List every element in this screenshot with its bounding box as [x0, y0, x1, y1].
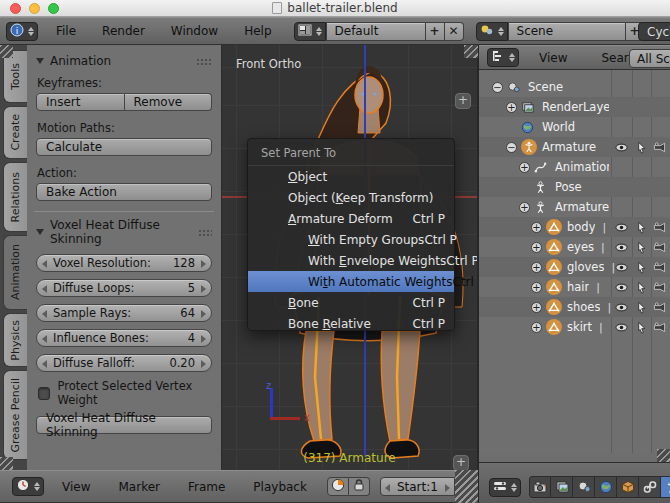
render-camera-icon[interactable] [653, 277, 666, 297]
label-cell[interactable]: skirt| [567, 317, 603, 337]
area-resize-corner[interactable] [0, 457, 13, 470]
slider-sample-rays[interactable]: Sample Rays:64 [36, 304, 212, 322]
time-indicator-toggle[interactable] [327, 477, 349, 496]
animation-panel-header[interactable]: Animation [36, 54, 212, 68]
label-cell[interactable]: Scene [528, 77, 563, 97]
calculate-paths-button[interactable]: Calculate [36, 138, 212, 156]
label-cell[interactable]: Animation [555, 157, 609, 177]
outliner-row-gloves[interactable]: +gloves| [479, 257, 670, 277]
label-cell[interactable]: World [542, 117, 575, 137]
slider-diffuse-falloff[interactable]: Diffuse Falloff:0.20 [36, 354, 212, 372]
expand-plus-icon[interactable]: + [531, 222, 542, 233]
timeline-menu-frame[interactable]: Frame [182, 480, 231, 494]
expander-cell[interactable]: + [531, 237, 542, 257]
outliner-row-armature[interactable]: −Armature [479, 137, 670, 157]
area-resize-corner[interactable] [455, 470, 478, 503]
properties-tab-chain[interactable] [639, 476, 661, 498]
decrement-arrow-icon[interactable] [385, 484, 390, 492]
visibility-eye-icon[interactable] [615, 257, 628, 277]
outliner-row-eyes[interactable]: +eyes| [479, 237, 670, 257]
expander-cell[interactable]: + [531, 317, 542, 337]
menu-item-object[interactable]: Object [248, 166, 454, 187]
render-camera-icon[interactable] [653, 217, 666, 237]
selectability-cursor-icon[interactable] [635, 257, 648, 277]
outliner-row-body[interactable]: +body| [479, 217, 670, 237]
panel-grip-icon[interactable] [196, 58, 212, 65]
display-filter-dropdown[interactable]: All Scenes [629, 49, 670, 68]
expander-cell[interactable]: + [531, 297, 542, 317]
menu-item-bone-relative[interactable]: Bone RelativeCtrl P [248, 313, 454, 334]
selectability-cursor-icon[interactable] [635, 297, 648, 317]
collapse-minus-icon[interactable]: − [506, 142, 517, 153]
expander-cell[interactable]: + [519, 157, 530, 177]
increment-arrow-icon[interactable] [445, 484, 450, 492]
render-camera-icon[interactable] [653, 237, 666, 257]
expand-plus-icon[interactable]: + [531, 322, 542, 333]
slider-left-arrow-icon[interactable] [42, 360, 47, 368]
menu-file[interactable]: File [50, 24, 82, 38]
tab-physics[interactable]: Physics [3, 313, 27, 367]
voxel-panel-header[interactable]: Voxel Heat Diffuse Skinning [36, 218, 212, 246]
expand-plus-icon[interactable]: + [519, 202, 530, 213]
outliner-row-armature[interactable]: +Armature [479, 197, 670, 217]
menu-item-with-automatic-weights[interactable]: With Automatic WeightsCtrl P [248, 271, 454, 292]
timeline-menu-playback[interactable]: Playback [247, 480, 313, 494]
expander-cell[interactable]: + [506, 97, 517, 117]
tab-relations[interactable]: Relations [3, 162, 27, 232]
selectability-cursor-icon[interactable] [635, 237, 648, 257]
tab-create[interactable]: Create [3, 106, 27, 159]
label-cell[interactable]: eyes| [567, 237, 605, 257]
render-camera-icon[interactable] [653, 257, 666, 277]
menu-window[interactable]: Window [165, 24, 224, 38]
tab-animation[interactable]: Animation [3, 235, 27, 310]
visibility-eye-icon[interactable] [615, 217, 628, 237]
outliner-row-renderlayers[interactable]: +RenderLayers [479, 97, 670, 117]
render-camera-icon[interactable] [653, 317, 666, 337]
expander-cell[interactable]: + [531, 277, 542, 297]
menu-render[interactable]: Render [96, 24, 151, 38]
add-layout-button[interactable]: + [426, 22, 445, 41]
lock-toggle[interactable] [349, 477, 370, 496]
frame-start-field[interactable]: Start: 1 [380, 477, 455, 496]
slider-right-arrow-icon[interactable] [201, 310, 206, 318]
label-cell[interactable]: shoes| [567, 297, 611, 317]
editor-type-selector[interactable] [489, 478, 521, 497]
expander-cell[interactable]: + [531, 257, 542, 277]
render-camera-icon[interactable] [653, 137, 666, 157]
remove-keyframe-button[interactable]: Remove [125, 93, 213, 111]
slider-right-arrow-icon[interactable] [201, 285, 206, 293]
area-resize-corner[interactable] [657, 449, 670, 462]
insert-keyframe-button[interactable]: Insert [36, 93, 125, 111]
expander-cell[interactable]: − [492, 77, 503, 97]
label-cell[interactable]: gloves| [567, 257, 615, 277]
scene-browse-button[interactable] [476, 22, 508, 41]
label-cell[interactable]: Pose [555, 177, 582, 197]
slider-left-arrow-icon[interactable] [42, 335, 47, 343]
viewport-3d[interactable]: Front Ortho + + z x (317) Armature Set P… [222, 45, 478, 470]
properties-tab-cube[interactable] [617, 476, 639, 498]
voxel-heat-diffuse-skinning-button[interactable]: Voxel Heat Diffuse Skinning [36, 416, 212, 434]
render-camera-icon[interactable] [653, 297, 666, 317]
editor-type-selector[interactable] [12, 477, 44, 496]
slider-left-arrow-icon[interactable] [42, 310, 47, 318]
slider-influence-bones[interactable]: Influence Bones:4 [36, 329, 212, 347]
area-resize-corner[interactable] [464, 45, 478, 58]
slider-right-arrow-icon[interactable] [201, 260, 206, 268]
outliner-row-hair[interactable]: +hair| [479, 277, 670, 297]
label-cell[interactable]: RenderLayers [542, 97, 609, 117]
properties-tab-armature[interactable] [661, 476, 670, 498]
properties-tab-world[interactable] [595, 476, 617, 498]
expand-plus-icon[interactable]: + [519, 162, 530, 173]
selectability-cursor-icon[interactable] [635, 317, 648, 337]
timeline-menu-view[interactable]: View [56, 480, 96, 494]
protect-vertex-weight-checkbox[interactable] [38, 387, 50, 400]
visibility-eye-icon[interactable] [615, 277, 628, 297]
outliner-row-shoes[interactable]: +shoes| [479, 297, 670, 317]
visibility-eye-icon[interactable] [615, 317, 628, 337]
expander-cell[interactable]: + [519, 197, 530, 217]
bake-action-button[interactable]: Bake Action [36, 183, 212, 201]
expander-cell[interactable]: + [531, 217, 542, 237]
outliner-row-world[interactable]: World [479, 117, 670, 137]
render-engine-selector[interactable]: Cycles Render [638, 22, 670, 41]
properties-tab-render[interactable] [529, 476, 551, 498]
